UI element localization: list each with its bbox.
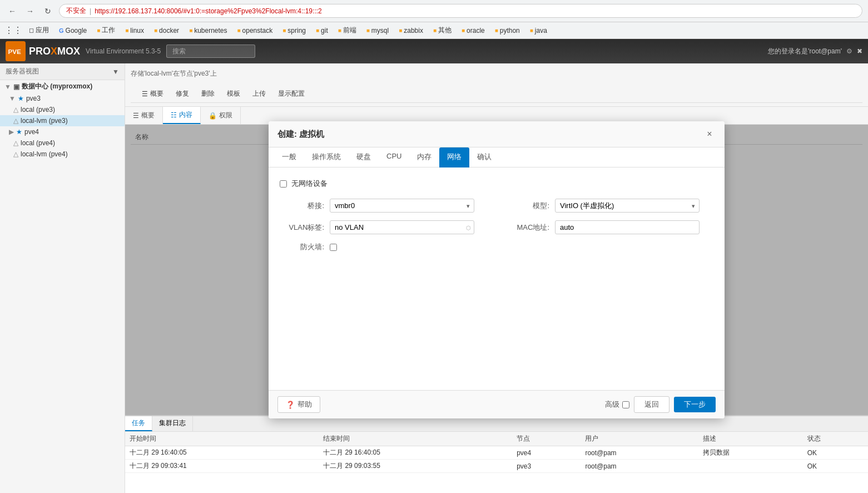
tree-item-local-pve4[interactable]: △ local (pve4) — [0, 137, 125, 149]
col-status: 状态 — [803, 432, 868, 446]
modal-tab-memory[interactable]: 内存 — [409, 147, 439, 167]
modal-tab-network[interactable]: 网络 — [439, 147, 469, 167]
toolbar-template[interactable]: 模板 — [221, 87, 246, 100]
bookmark-docker[interactable]: ■ docker — [151, 26, 182, 36]
forward-button[interactable]: → — [23, 4, 37, 18]
bookmark-apps[interactable]: ◻ 应用 — [26, 24, 52, 36]
address-bar[interactable]: 不安全 | https://192.168.137.140:8006/#v1:0… — [59, 4, 862, 18]
tree-item-datacenter[interactable]: ▼ ▣ 数据中心 (myproxmox) — [0, 80, 125, 93]
bookmark-frontend[interactable]: ■ 前端 — [335, 24, 360, 36]
mac-input[interactable] — [555, 220, 700, 234]
bottom-tabs: 任务 集群日志 — [125, 416, 868, 432]
content-area: 名称 创建: 虚拟机 × — [125, 125, 868, 415]
settings-icon[interactable]: ⚙ — [846, 47, 852, 55]
bookmark-git[interactable]: ■ git — [313, 26, 331, 36]
apps-icon[interactable]: ⋮⋮ — [4, 25, 22, 36]
pve4-label: pve4 — [24, 128, 39, 136]
no-network-label[interactable]: 无网络设备 — [291, 179, 328, 189]
bookmark-spring[interactable]: ■ spring — [279, 26, 309, 36]
next-button[interactable]: 下一步 — [674, 397, 716, 412]
bottom-tab-tasks[interactable]: 任务 — [125, 416, 152, 431]
tree-item-local-lvm-pve4[interactable]: △ local-lvm (pve4) — [0, 149, 125, 160]
reload-button[interactable]: ↻ — [41, 4, 54, 18]
pve4-expand-icon: ▶ — [9, 128, 14, 136]
vlan-spinner-wrapper — [330, 220, 474, 234]
toolbar-delete[interactable]: 删除 — [196, 87, 220, 100]
modal-tab-cpu[interactable]: CPU — [379, 147, 409, 167]
tab-content[interactable]: ☷ 内容 — [163, 107, 201, 124]
summary-tab-icon: ☰ — [133, 112, 139, 120]
advanced-checkbox[interactable] — [622, 401, 629, 408]
bookmark-oracle[interactable]: ■ oracle — [458, 26, 488, 36]
tree-item-pve4[interactable]: ▶ ★ pve4 — [0, 126, 125, 137]
back-button[interactable]: ← — [6, 4, 19, 18]
modal-tab-disk[interactable]: 硬盘 — [349, 147, 379, 167]
tree-item-local-pve3[interactable]: △ local (pve3) — [0, 104, 125, 115]
toolbar-show-config[interactable]: 显示配置 — [272, 87, 310, 100]
datacenter-label: 数据中心 (myproxmox) — [22, 82, 92, 91]
modal-body: 无网络设备 桥接: vmbr0 — [269, 167, 725, 390]
no-network-checkbox[interactable] — [280, 180, 287, 188]
bookmark-linux[interactable]: ■ linux — [122, 26, 147, 36]
bookmark-other[interactable]: ■ 其他 — [430, 24, 455, 36]
toolbar-upload[interactable]: 上传 — [247, 87, 271, 100]
url-text: https://192.168.137.140:8006/#v1:0:=stor… — [95, 7, 322, 15]
modal-title: 创建: 虚拟机 — [277, 129, 324, 140]
modal-close-button[interactable]: × — [703, 128, 716, 140]
toolbar-summary[interactable]: ☰ 概要 — [136, 87, 169, 100]
content-tab-icon: ☷ — [171, 111, 177, 119]
model-field: 模型: VirtIO (半虚拟化) — [505, 199, 713, 213]
search-input[interactable] — [166, 45, 255, 58]
tab-permissions[interactable]: 🔒 权限 — [201, 107, 241, 124]
col-node: 节点 — [512, 432, 581, 446]
datacenter-icon: ▣ — [13, 83, 19, 91]
tab-summary[interactable]: ☰ 概要 — [125, 107, 163, 124]
browser-bar: ← → ↻ 不安全 | https://192.168.137.140:8006… — [0, 0, 868, 22]
vlan-field: VLAN标签: — [280, 220, 488, 234]
security-warning: 不安全 — [66, 6, 86, 16]
bottom-content: 开始时间 结束时间 节点 用户 描述 状态 十二月 29 16:40:05十二月… — [125, 432, 868, 493]
vlan-label: VLAN标签: — [280, 223, 324, 233]
local-lvm-pve4-label: local-lvm (pve4) — [21, 150, 68, 158]
sidebar-title: 服务器视图 — [6, 67, 39, 76]
modal-tab-general[interactable]: 一般 — [274, 147, 304, 167]
modal-tab-confirm[interactable]: 确认 — [469, 147, 499, 167]
bookmark-zabbix[interactable]: ■ zabbix — [395, 26, 426, 36]
bookmark-mysql[interactable]: ■ mysql — [363, 26, 392, 36]
pve-body: 服务器视图 ▼ ▼ ▣ 数据中心 (myproxmox) ▼ ★ pve3 △ … — [0, 63, 868, 493]
help-button[interactable]: ❓ 帮助 — [277, 396, 320, 413]
logout-icon[interactable]: ✖ — [857, 47, 862, 55]
bookmark-kubernetes[interactable]: ■ kubernetes — [186, 26, 230, 36]
col-end-time: 结束时间 — [319, 432, 512, 446]
modal-tab-os[interactable]: 操作系统 — [304, 147, 349, 167]
tree-item-pve3[interactable]: ▼ ★ pve3 — [0, 93, 125, 104]
bookmark-java[interactable]: ■ java — [527, 26, 550, 36]
firewall-label: 防火墙: — [280, 242, 324, 252]
bookmark-work[interactable]: ■ 工作 — [93, 24, 118, 36]
pve-version: Virtual Environment 5.3-5 — [86, 47, 161, 55]
bottom-tab-cluster-log[interactable]: 集群日志 — [152, 416, 193, 431]
bridge-select-wrapper: vmbr0 — [330, 199, 474, 213]
tree-item-local-lvm-pve3[interactable]: △ local-lvm (pve3) — [0, 115, 125, 126]
back-button[interactable]: 返回 — [634, 396, 669, 413]
bookmark-openstack[interactable]: ■ openstack — [234, 26, 276, 36]
bridge-label: 桥接: — [280, 201, 324, 211]
sidebar-header: 服务器视图 ▼ — [0, 63, 125, 80]
firewall-checkbox[interactable] — [330, 244, 337, 251]
mac-label: MAC地址: — [505, 223, 549, 233]
create-vm-modal: 创建: 虚拟机 × 一般 操作系统 硬盘 — [269, 121, 725, 418]
sidebar-collapse-icon[interactable]: ▼ — [112, 68, 119, 76]
model-select[interactable]: VirtIO (半虚拟化) — [555, 199, 700, 213]
bookmark-python[interactable]: ■ python — [492, 26, 523, 36]
pve3-expand-icon: ▼ — [9, 95, 16, 102]
tasks-table: 开始时间 结束时间 节点 用户 描述 状态 十二月 29 16:40:05十二月… — [125, 432, 868, 473]
local-pve4-icon: △ — [13, 139, 18, 147]
local-pve3-label: local (pve3) — [21, 106, 55, 114]
pve-toolbar: ☰ 概要 修复 删除 模板 上传 显 — [131, 85, 862, 103]
bookmark-google[interactable]: G Google — [56, 26, 90, 36]
bridge-field: 桥接: vmbr0 — [280, 199, 488, 213]
bridge-select[interactable]: vmbr0 — [330, 199, 474, 213]
col-user: 用户 — [581, 432, 698, 446]
vlan-input[interactable] — [330, 220, 474, 234]
toolbar-repair[interactable]: 修复 — [170, 87, 195, 100]
